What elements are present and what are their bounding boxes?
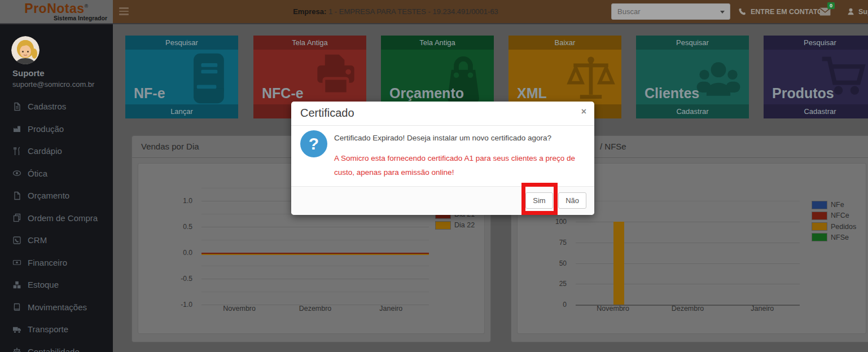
tile-bottom-action[interactable]: Lançar	[125, 104, 238, 118]
legend-item-nfse: NFSe	[812, 234, 849, 241]
book-icon	[12, 302, 23, 311]
cubes-icon	[12, 280, 23, 289]
modal-footer: Sim Não	[291, 186, 594, 215]
tile-produtos[interactable]: PesquisarProdutosCadastrar	[764, 36, 868, 118]
legend-label: Dia 22	[454, 221, 475, 229]
tile-clientes[interactable]: PesquisarClientesCadastrar	[636, 36, 749, 118]
tile-bottom-action[interactable]: Cadastrar	[636, 104, 749, 118]
sidebar-item-label: Orçamento	[28, 191, 69, 200]
modal-promo-text: A Somicro esta fornecendo certificado A1…	[334, 151, 589, 179]
gridline	[201, 266, 429, 266]
sidebar-item-crm[interactable]: CRM	[0, 229, 113, 252]
legend-label: NFSe	[831, 234, 849, 241]
x-tick-label: Novembro	[205, 305, 273, 313]
sidebar-item-ordem-de-compra[interactable]: Ordem de Compra	[0, 207, 113, 230]
y-tick-label: 0	[518, 301, 567, 309]
industry-icon	[12, 124, 23, 133]
legend-swatch	[812, 234, 827, 241]
sidebar-item-estoque[interactable]: Estoque	[0, 274, 113, 296]
tile-nf-e[interactable]: PesquisarNF-eLançar	[125, 36, 238, 118]
company-value: 1 - EMPRESA PARA TESTES - 19.234.491/000…	[328, 7, 498, 16]
user-menu[interactable]: Suporte	[847, 0, 868, 23]
tile-top-action[interactable]: Baixar	[508, 36, 621, 50]
tile-name: Orçamento	[389, 85, 464, 102]
y-tick-label: 50	[518, 259, 567, 267]
mail-button[interactable]: 0	[819, 7, 831, 16]
tile-name: XML	[517, 85, 547, 102]
sidebar-item-label: CRM	[28, 235, 47, 245]
copy-icon	[12, 213, 23, 222]
brand-logo[interactable]: ProNotas® Sistema Integrador	[0, 0, 113, 23]
x-tick-label: Novembro	[579, 305, 647, 313]
tile-top-action[interactable]: Tela Antiga	[381, 36, 494, 50]
no-button[interactable]: Não	[558, 192, 586, 209]
sidebar-user-email: suporte@somicro.com.br	[12, 80, 94, 89]
sidebar-item-movimentac-o-es[interactable]: Movimentações	[0, 296, 113, 319]
series-line-dia-22	[201, 254, 429, 255]
sidebar-user-name: Suporte	[12, 68, 45, 78]
sidebar-item-transporte[interactable]: Transporte	[0, 318, 113, 341]
user-icon	[847, 7, 855, 16]
sidebar-item-carda-pio[interactable]: Cardápio	[0, 140, 113, 162]
printer-icon	[309, 51, 363, 105]
contact-label: ENTRE EM CONTATO	[751, 8, 823, 16]
sidebar-item-label: Cardápio	[28, 146, 62, 156]
tile-bottom-action[interactable]: Cadastrar	[764, 104, 868, 118]
avatar[interactable]	[11, 36, 40, 64]
sidebar-item-o-tica[interactable]: Ótica	[0, 162, 113, 185]
bar-pedidos-novembro	[613, 222, 624, 305]
registered-mark: ®	[85, 3, 89, 9]
legend-item-nfe: NFe	[812, 201, 844, 209]
search-select[interactable]: Buscar	[611, 3, 730, 20]
y-tick-label: -0.5	[138, 275, 192, 283]
yes-button[interactable]: Sim	[525, 192, 553, 209]
hamburger-menu-icon[interactable]	[119, 7, 129, 17]
gridline	[576, 222, 800, 222]
x-tick-label: Janeiro	[357, 305, 425, 313]
gridline	[576, 243, 800, 243]
company-indicator: Empresa: 1 - EMPRESA PARA TESTES - 19.23…	[237, 7, 554, 16]
sidebar-item-orc-amento[interactable]: Orçamento	[0, 184, 113, 207]
y-tick-label: 75	[518, 239, 567, 247]
sidebar-item-label: Movimentações	[28, 302, 87, 312]
x-tick-label: Dezembro	[654, 305, 722, 313]
legend-swatch	[436, 222, 450, 229]
sidebar-item-label: Transporte	[28, 324, 68, 334]
tile-name: Produtos	[772, 85, 834, 102]
contact-link[interactable]: ENTRE EM CONTATO	[738, 0, 823, 23]
y-tick-label: 0.0	[138, 249, 192, 257]
mail-badge: 0	[827, 2, 835, 9]
truck-icon	[12, 325, 23, 334]
sidebar-item-label: Cadastros	[28, 102, 66, 111]
gridline	[201, 240, 429, 240]
avatar-image	[11, 36, 40, 64]
sidebar-item-cadastros[interactable]: Cadastros	[0, 95, 113, 118]
tile-name: NF-e	[134, 85, 165, 102]
modal-question-text: Certificado Expirado! Deseja instalar um…	[334, 134, 585, 142]
tile-top-action[interactable]: Pesquisar	[125, 36, 238, 50]
sidebar: Suporte suporte@somicro.com.br Cadastros…	[0, 23, 113, 352]
tile-name: NFC-e	[262, 85, 304, 102]
gridline	[201, 227, 429, 227]
tile-top-action[interactable]: Pesquisar	[636, 36, 749, 50]
y-tick-label: 100	[518, 218, 567, 226]
eye-icon	[12, 169, 23, 178]
sidebar-item-contabilidade[interactable]: Contabilidade	[0, 341, 113, 352]
close-icon[interactable]: ×	[581, 107, 586, 117]
gridline	[576, 263, 800, 264]
tile-top-action[interactable]: Tela Antiga	[253, 36, 366, 50]
user-label: Suporte	[858, 8, 868, 16]
tile-top-action[interactable]: Pesquisar	[764, 36, 868, 50]
sidebar-item-label: Estoque	[28, 280, 59, 289]
company-label: Empresa:	[293, 7, 326, 16]
money-icon	[12, 258, 23, 267]
sidebar-item-financeiro[interactable]: Financeiro	[0, 252, 113, 274]
legend-item-pedidos: Pedidos	[812, 223, 856, 231]
file-icon	[12, 191, 23, 200]
modal-body: ? Certificado Expirado! Deseja instalar …	[291, 125, 594, 186]
balance-icon	[12, 347, 23, 352]
y-tick-label: 25	[518, 280, 567, 288]
sidebar-item-produc-a-o[interactable]: Produção	[0, 118, 113, 140]
x-tick-label: Janeiro	[729, 305, 796, 313]
tile-name: Clientes	[645, 85, 699, 102]
